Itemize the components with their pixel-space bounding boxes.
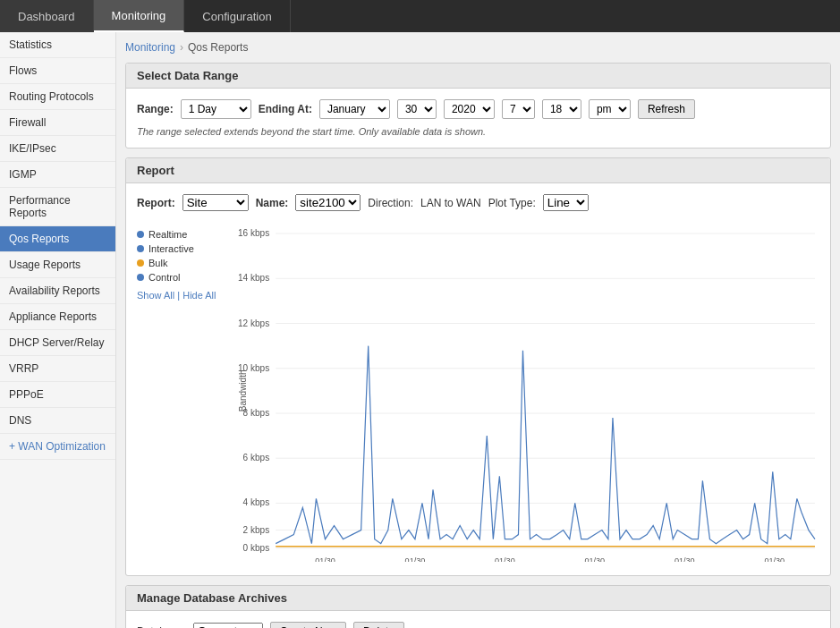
sidebar-item-pppoe[interactable]: PPPoE	[0, 382, 115, 408]
select-data-range-body: Range: 1 Day 1 Hour 6 Hours 12 Hours 3 D…	[126, 89, 830, 148]
tab-monitoring[interactable]: Monitoring	[94, 0, 185, 32]
hour-select[interactable]: 7	[502, 99, 535, 119]
sidebar: Statistics Flows Routing Protocols Firew…	[0, 32, 116, 628]
svg-text:4 kbps: 4 kbps	[243, 497, 270, 507]
svg-text:Bandwidth: Bandwidth	[238, 369, 248, 412]
sidebar-item-availability-reports[interactable]: Availability Reports	[0, 278, 115, 304]
interactive-label: Interactive	[148, 243, 194, 254]
sidebar-item-ike-ipsec[interactable]: IKE/IPsec	[0, 136, 115, 162]
show-all-link[interactable]: Show All	[137, 290, 174, 301]
database-select[interactable]: Current Archive 1 Archive 2	[193, 623, 263, 628]
manage-db-body: Database: Current Archive 1 Archive 2 Cr…	[126, 611, 830, 628]
delete-button[interactable]: Delete	[353, 622, 404, 628]
sidebar-item-performance-reports[interactable]: Performance Reports	[0, 188, 115, 226]
breadcrumb-current: Qos Reports	[188, 41, 248, 54]
breadcrumb: Monitoring › Qos Reports	[125, 41, 831, 54]
legend-item-realtime[interactable]: Realtime	[137, 229, 226, 240]
legend-item-bulk[interactable]: Bulk	[137, 258, 226, 268]
plot-type-label: Plot Type:	[488, 197, 536, 209]
svg-text:0 kbps: 0 kbps	[243, 543, 270, 553]
main-content: Monitoring › Qos Reports Select Data Ran…	[116, 32, 840, 628]
svg-text:01/30: 01/30	[675, 556, 695, 562]
chart-container: 16 kbps 14 kbps 12 kbps 10 kbps 8 kbps 6…	[235, 220, 819, 564]
bulk-dot	[137, 259, 144, 267]
manage-db-header: Manage Database Archives	[126, 586, 830, 611]
legend-links: Show All | Hide All	[137, 290, 226, 301]
legend-item-control[interactable]: Control	[137, 272, 226, 283]
day-select[interactable]: 30	[397, 99, 437, 119]
db-form-row: Database: Current Archive 1 Archive 2 Cr…	[137, 622, 819, 628]
sidebar-item-statistics[interactable]: Statistics	[0, 32, 115, 58]
select-data-range-panel: Select Data Range Range: 1 Day 1 Hour 6 …	[125, 63, 831, 149]
svg-text:12 kbps: 12 kbps	[238, 318, 269, 328]
manage-db-panel: Manage Database Archives Database: Curre…	[125, 585, 831, 628]
svg-text:01/30: 01/30	[405, 556, 426, 562]
minute-select[interactable]: 18	[542, 99, 581, 119]
svg-text:16 kbps: 16 kbps	[238, 228, 269, 238]
ampm-select[interactable]: pm am	[589, 99, 631, 119]
sidebar-item-vrrp[interactable]: VRRP	[0, 356, 115, 382]
svg-text:01/30: 01/30	[315, 556, 335, 562]
select-data-range-header: Select Data Range	[126, 64, 830, 89]
report-name-select[interactable]: site2100	[295, 194, 361, 211]
realtime-label: Realtime	[148, 229, 187, 240]
sidebar-item-igmp[interactable]: IGMP	[0, 162, 115, 188]
sidebar-item-dhcp-server-relay[interactable]: DHCP Server/Relay	[0, 330, 115, 356]
month-select[interactable]: January February March	[319, 99, 390, 119]
range-select[interactable]: 1 Day 1 Hour 6 Hours 12 Hours 3 Days 7 D…	[181, 99, 251, 119]
hide-all-link[interactable]: Hide All	[182, 290, 216, 301]
sidebar-item-appliance-reports[interactable]: Appliance Reports	[0, 304, 115, 330]
direction-label: Direction:	[368, 197, 413, 209]
tab-configuration[interactable]: Configuration	[184, 0, 290, 32]
svg-text:01/30: 01/30	[764, 556, 785, 562]
realtime-dot	[137, 231, 144, 238]
report-name-label: Name:	[256, 197, 289, 209]
create-new-button[interactable]: Create New	[270, 622, 346, 628]
sidebar-item-qos-reports[interactable]: Qos Reports	[0, 226, 115, 252]
interactive-dot	[137, 245, 144, 252]
bulk-label: Bulk	[148, 258, 167, 268]
tab-dashboard[interactable]: Dashboard	[0, 0, 94, 32]
sidebar-item-dns[interactable]: DNS	[0, 408, 115, 434]
breadcrumb-parent[interactable]: Monitoring	[125, 41, 175, 54]
report-form-row: Report: Site Interface Policy Name: site…	[137, 194, 819, 211]
top-nav: Dashboard Monitoring Configuration	[0, 0, 840, 32]
info-text: The range selected extends beyond the st…	[137, 126, 819, 137]
ending-at-label: Ending At:	[259, 103, 312, 115]
plot-type-select[interactable]: Line Area Bar	[543, 194, 589, 211]
report-panel: Report Report: Site Interface Policy Nam…	[125, 157, 831, 576]
breadcrumb-separator: ›	[180, 41, 183, 54]
sidebar-item-flows[interactable]: Flows	[0, 58, 115, 84]
svg-text:14 kbps: 14 kbps	[238, 273, 269, 283]
report-body: Report: Site Interface Policy Name: site…	[126, 183, 830, 575]
svg-text:2 kbps: 2 kbps	[243, 525, 270, 535]
chart-area: Realtime Interactive Bulk Control	[137, 220, 819, 564]
report-label: Report:	[137, 197, 175, 209]
sidebar-item-firewall[interactable]: Firewall	[0, 110, 115, 136]
svg-text:01/30: 01/30	[585, 556, 606, 562]
direction-value: LAN to WAN	[420, 197, 481, 209]
data-range-form-row: Range: 1 Day 1 Hour 6 Hours 12 Hours 3 D…	[137, 99, 819, 119]
svg-text:01/30: 01/30	[495, 556, 515, 562]
year-select[interactable]: 2020	[444, 99, 495, 119]
control-dot	[137, 274, 144, 281]
refresh-button[interactable]: Refresh	[638, 99, 695, 119]
report-header: Report	[126, 158, 830, 183]
sidebar-item-wan-optimization[interactable]: + WAN Optimization	[0, 434, 115, 460]
svg-text:6 kbps: 6 kbps	[243, 453, 270, 463]
range-label: Range:	[137, 103, 174, 115]
control-label: Control	[148, 272, 180, 283]
chart-legend: Realtime Interactive Bulk Control	[137, 220, 226, 564]
legend-item-interactive[interactable]: Interactive	[137, 243, 226, 254]
report-type-select[interactable]: Site Interface Policy	[182, 194, 249, 211]
sidebar-item-usage-reports[interactable]: Usage Reports	[0, 252, 115, 278]
chart-svg: 16 kbps 14 kbps 12 kbps 10 kbps 8 kbps 6…	[235, 220, 819, 562]
sidebar-item-routing-protocols[interactable]: Routing Protocols	[0, 84, 115, 110]
main-layout: Statistics Flows Routing Protocols Firew…	[0, 32, 840, 628]
